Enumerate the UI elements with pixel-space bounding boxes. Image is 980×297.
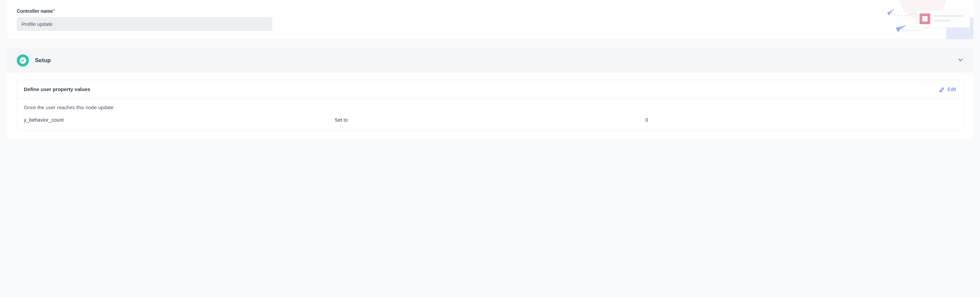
required-indicator: * bbox=[53, 8, 55, 14]
property-panel-header: Define user property values Edit bbox=[16, 80, 964, 98]
edit-button[interactable]: Edit bbox=[939, 86, 956, 92]
setup-section: Setup Define user property values Edit O… bbox=[7, 48, 973, 140]
edit-label: Edit bbox=[947, 86, 956, 92]
controller-card: Controller name* bbox=[7, 0, 973, 39]
svg-rect-5 bbox=[934, 19, 950, 22]
decorative-illustration bbox=[859, 0, 973, 39]
property-panel: Define user property values Edit Once th… bbox=[16, 80, 964, 130]
property-panel-title: Define user property values bbox=[24, 86, 91, 92]
chevron-down-icon bbox=[958, 57, 963, 64]
controller-name-label: Controller name bbox=[17, 8, 53, 14]
setup-body: Define user property values Edit Once th… bbox=[7, 80, 973, 140]
setup-header[interactable]: Setup bbox=[7, 48, 973, 73]
property-panel-body: Once the user reaches this node update y… bbox=[16, 98, 964, 130]
property-row: y_behavior_count Set to 0 bbox=[24, 117, 956, 122]
property-name: y_behavior_count bbox=[24, 117, 335, 122]
check-badge bbox=[17, 54, 29, 67]
property-description: Once the user reaches this node update bbox=[24, 105, 956, 110]
property-operation: Set to bbox=[335, 117, 646, 122]
setup-title: Setup bbox=[35, 57, 958, 64]
check-icon bbox=[21, 59, 25, 62]
controller-name-input[interactable] bbox=[17, 17, 272, 31]
edit-icon bbox=[939, 87, 945, 92]
svg-rect-3 bbox=[922, 16, 928, 22]
property-value: 0 bbox=[645, 117, 956, 122]
